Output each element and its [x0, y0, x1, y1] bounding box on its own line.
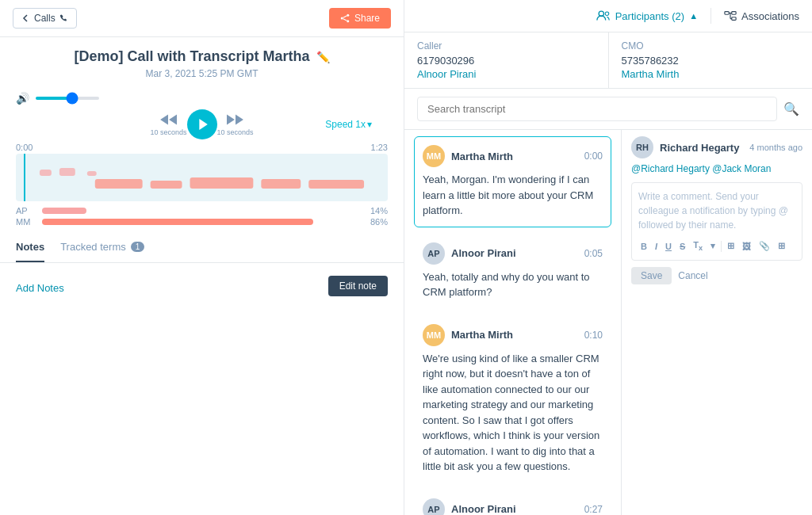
rewind-button[interactable]: 10 seconds: [150, 113, 186, 136]
volume-icon: 🔊: [16, 92, 29, 105]
volume-slider[interactable]: [36, 97, 99, 100]
entry-time-2: 0:05: [584, 248, 603, 259]
mm-bar: [42, 219, 313, 225]
participants-button[interactable]: Participants (2) ▲: [596, 10, 698, 22]
audio-player: 🔊 10 seconds: [0, 86, 404, 143]
caller-name[interactable]: Alnoor Pirani: [417, 68, 596, 80]
tabs-row: Notes Tracked terms 1: [0, 233, 404, 263]
entry-text-3: We're using kind of like a smaller CRM r…: [423, 351, 603, 475]
tab-tracked-terms[interactable]: Tracked terms 1: [60, 233, 144, 262]
call-title: [Demo] Call with Transcript Martha: [74, 48, 309, 65]
chevron-up-icon: ▲: [689, 11, 698, 21]
edit-title-icon[interactable]: ✏️: [316, 51, 330, 63]
transcript-entry-2[interactable]: AP Alnoor Pirani 0:05 Yeah, totally and …: [414, 234, 611, 309]
svg-point-1: [341, 17, 343, 20]
avatar-alnoor-1: AP: [423, 242, 445, 265]
mm-percent: 86%: [364, 217, 388, 227]
forward-icon: [227, 113, 244, 127]
back-to-calls-button[interactable]: Calls: [13, 8, 77, 29]
player-row: 10 seconds 10 seconds Speed 1x ▾: [16, 109, 388, 139]
associations-icon: [724, 10, 737, 21]
cancel-comment-button[interactable]: Cancel: [678, 267, 707, 284]
transcript-section: MM Martha Mirth 0:00 Yeah, Morgan. I'm w…: [404, 130, 812, 515]
avatar-alnoor-2: AP: [423, 498, 445, 516]
text-format-button[interactable]: Tx: [691, 238, 705, 254]
speaker-name-1: Martha Mirth: [451, 151, 578, 162]
search-input[interactable]: [417, 97, 777, 121]
ap-bar: [42, 208, 86, 214]
back-label: Calls: [34, 13, 56, 24]
transcript-entry-1[interactable]: MM Martha Mirth 0:00 Yeah, Morgan. I'm w…: [414, 136, 611, 227]
share-button[interactable]: Share: [329, 8, 391, 29]
svg-rect-12: [87, 171, 97, 176]
speaker-row-mm: MM 86%: [16, 217, 388, 227]
link-button[interactable]: ⊞: [725, 239, 737, 253]
transcript-entry-4[interactable]: AP Alnoor Pirani 0:27 Totally totally an…: [414, 490, 611, 516]
forward-button[interactable]: 10 seconds: [217, 113, 254, 136]
caller-phone: 6179030296: [417, 55, 596, 67]
comment-box[interactable]: Write a comment. Send your colleague a n…: [631, 182, 802, 261]
save-comment-button[interactable]: Save: [631, 267, 672, 284]
svg-marker-8: [227, 114, 235, 124]
commenter-avatar: RH: [631, 136, 653, 158]
tab-notes[interactable]: Notes: [16, 233, 44, 262]
svg-point-2: [347, 20, 349, 22]
comment-header: RH Richard Hegarty 4 months ago: [631, 136, 802, 158]
play-icon: [197, 119, 209, 130]
comment-time: 4 months ago: [749, 143, 802, 152]
speed-label: Speed 1x: [325, 119, 366, 130]
play-button[interactable]: [187, 109, 217, 139]
svg-rect-21: [732, 12, 736, 15]
speaker-name-3: Martha Mirth: [451, 329, 578, 341]
waveform-section: 0:00 1:23: [0, 143, 404, 233]
cmo-role: CMO: [622, 40, 800, 52]
ap-percent: 14%: [364, 206, 388, 216]
attachment-button[interactable]: 📎: [756, 239, 772, 253]
time-end: 1:23: [371, 143, 388, 152]
notes-section: Edit note Add Notes: [0, 263, 404, 515]
italic-button[interactable]: I: [653, 240, 660, 253]
avatar-martha-1: MM: [423, 145, 445, 167]
text-format-dropdown[interactable]: ▾: [708, 239, 718, 253]
speed-button[interactable]: Speed 1x ▾: [325, 119, 372, 130]
participant-col-cmo: CMO 5735786232 Martha Mirth: [609, 32, 813, 88]
entry-time-4: 0:27: [584, 504, 603, 515]
chevron-down-icon: ▾: [367, 119, 372, 130]
call-date: Mar 3, 2021 5:25 PM GMT: [16, 68, 388, 79]
associations-button[interactable]: Associations: [724, 10, 799, 22]
rewind-label: 10 seconds: [150, 128, 186, 136]
search-icon[interactable]: 🔍: [783, 101, 799, 116]
speaker-name-2: Alnoor Pirani: [451, 247, 578, 259]
call-info: [Demo] Call with Transcript Martha ✏️ Ma…: [0, 37, 404, 86]
participants-table: Caller 6179030296 Alnoor Pirani CMO 5735…: [404, 32, 812, 89]
cmo-phone: 5735786232: [622, 55, 800, 67]
volume-row: 🔊: [16, 92, 388, 105]
rewind-icon: [159, 113, 177, 127]
svg-marker-6: [170, 114, 178, 124]
chevron-left-icon: [21, 14, 29, 22]
toolbar-sep-1: [721, 241, 722, 252]
image-button[interactable]: 🖼: [740, 240, 753, 253]
svg-rect-13: [95, 179, 143, 189]
right-top-bar: Participants (2) ▲ Associations: [404, 0, 812, 32]
left-panel: Calls Share [Demo] Call with Transcript …: [0, 0, 404, 515]
bold-button[interactable]: B: [638, 240, 649, 253]
svg-rect-10: [40, 170, 52, 176]
table-button[interactable]: ⊞: [776, 239, 787, 253]
comment-placeholder: Write a comment. Send your colleague a n…: [638, 189, 795, 232]
strikethrough-button[interactable]: S: [677, 240, 688, 253]
underline-button[interactable]: U: [663, 240, 674, 253]
svg-marker-7: [199, 119, 208, 130]
transcript-entry-3[interactable]: MM Martha Mirth 0:10 We're using kind of…: [414, 315, 611, 483]
svg-point-0: [347, 14, 349, 17]
time-start: 0:00: [16, 143, 33, 152]
commenter-name: Richard Hegarty: [660, 142, 739, 154]
comment-actions: Save Cancel: [631, 267, 802, 284]
waveform-bars[interactable]: [16, 154, 388, 201]
phone-icon: [60, 14, 68, 22]
top-bar-separator: [710, 8, 711, 24]
svg-rect-17: [308, 180, 364, 189]
cmo-name[interactable]: Martha Mirth: [622, 68, 800, 80]
svg-rect-14: [151, 181, 182, 189]
edit-note-button[interactable]: Edit note: [328, 276, 388, 296]
